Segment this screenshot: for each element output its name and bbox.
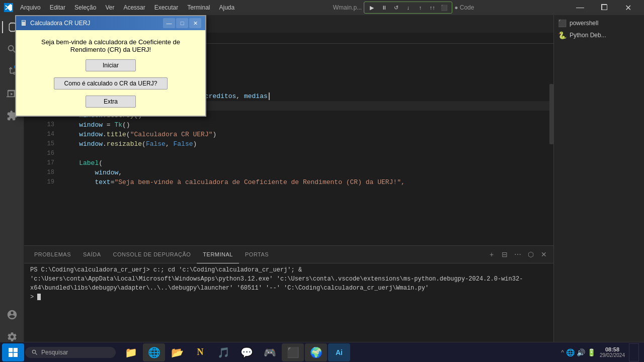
taskbar-notepad[interactable]: N <box>189 343 211 361</box>
line-17: 17 <box>34 158 54 168</box>
svg-rect-3 <box>14 352 18 356</box>
line-13: 13 <box>34 120 54 130</box>
vscode-titlebar: Arquivo Editar Seleção Ver Acessar Execu… <box>0 0 644 15</box>
code-line-14: window.title("Calculadora CR UERJ") <box>63 130 549 139</box>
scroll-indicator <box>549 84 553 144</box>
menu-terminal[interactable]: Terminal <box>183 2 214 13</box>
title-code-label: ● Code <box>454 4 474 11</box>
debug-continue-btn[interactable]: ▶ <box>366 3 377 12</box>
breakpoint-14[interactable] <box>24 130 34 139</box>
panel-more-icon[interactable]: ⋯ <box>512 249 523 260</box>
tk-body: Seja bem-vinde à calculadora de Coeficie… <box>16 30 205 116</box>
taskbar-game[interactable]: 🎮 <box>259 343 281 361</box>
terminal-line-2: > <box>30 293 547 302</box>
breakpoint-19[interactable] <box>24 177 34 187</box>
debug-step-over-btn[interactable]: ↓ <box>403 3 414 12</box>
tray-battery[interactable]: 🔋 <box>587 348 596 356</box>
code-line-19: text="Seja bem-vinde à calculadora de Co… <box>63 177 549 187</box>
tk-window-icon: 🖩 <box>20 19 27 27</box>
debug-sidebar: ⬛ powershell 🐍 Python Deb... <box>553 15 644 351</box>
tk-welcome-label: Seja bem-vinde à calculadora de Coeficie… <box>24 38 197 53</box>
panel-close-icon[interactable]: ✕ <box>538 249 549 260</box>
panel-split-icon[interactable]: ⊟ <box>499 249 510 260</box>
terminal-cursor-prompt: > <box>30 294 37 301</box>
tk-window-title: Calculadora CR UERJ <box>30 20 90 27</box>
taskbar-discord[interactable]: 💬 <box>235 343 258 361</box>
window-close-button[interactable]: ✕ <box>617 0 640 15</box>
menu-acessar[interactable]: Acessar <box>119 2 149 13</box>
taskbar-edge[interactable]: 🌐 <box>143 343 165 361</box>
panel-add-icon[interactable]: + <box>486 249 497 260</box>
svg-rect-0 <box>9 348 13 352</box>
tk-iniciar-button[interactable]: Iniciar <box>86 59 136 71</box>
breakpoint-18[interactable] <box>24 168 34 177</box>
window-maximize-button[interactable]: ⧠ <box>593 0 616 15</box>
taskbar-browser2[interactable]: 🌍 <box>305 343 327 361</box>
menu-arquivo[interactable]: Arquivo <box>16 2 45 13</box>
debug-step-out-btn[interactable]: ↑↑ <box>427 3 438 12</box>
menu-editar[interactable]: Editar <box>46 2 69 13</box>
line-14: 14 <box>34 130 54 139</box>
line-18: 18 <box>34 168 54 177</box>
tk-minimize-button[interactable]: — <box>163 18 175 28</box>
show-desktop-button[interactable] <box>629 343 639 361</box>
debug-step-into-btn[interactable]: ↑ <box>415 3 426 12</box>
taskbar-vscode[interactable]: ⬛ <box>282 343 304 361</box>
tk-maximize-button[interactable]: □ <box>176 18 188 28</box>
debug-toolbar: ▶ ⏸ ↺ ↓ ↑ ↑↑ ⬛ <box>364 2 452 14</box>
tk-how-cr-button[interactable]: Como é calculado o CR da UERJ? <box>54 77 168 89</box>
panel-maximize-icon[interactable]: ⬡ <box>525 249 536 260</box>
menu-executar[interactable]: Executar <box>150 2 182 13</box>
tray-network[interactable]: 🌐 <box>566 348 575 356</box>
code-line-18: window, <box>63 168 549 177</box>
terminal-content[interactable]: PS C:\Coding\calculadora_cr_uerj> c:; cd… <box>24 263 553 351</box>
taskbar-files[interactable]: 📁 <box>120 343 142 361</box>
line-16: 16 <box>34 149 54 158</box>
line-15: 15 <box>34 139 54 149</box>
taskbar-ai[interactable]: Ai <box>328 343 350 361</box>
breakpoint-15[interactable] <box>24 139 34 149</box>
panel-tab-console[interactable]: CONSOLE DE DEPURAÇÃO <box>107 246 197 263</box>
activity-accounts-icon[interactable] <box>2 305 22 325</box>
taskbar-search[interactable]: Pesquisar <box>25 347 116 358</box>
editor-scrollbar[interactable] <box>549 44 553 245</box>
svg-rect-2 <box>9 352 13 356</box>
tray-volume[interactable]: 🔊 <box>577 348 585 356</box>
breakpoint-16[interactable] <box>24 149 34 158</box>
terminal-cursor <box>37 294 41 300</box>
tk-dialog-window[interactable]: 🖩 Calculadora CR UERJ — □ ✕ Seja bem-vin… <box>15 15 206 117</box>
tray-clock[interactable]: 08:58 29/02/2024 <box>600 346 625 358</box>
terminal-line-1: PS C:\Coding\calculadora_cr_uerj> c:; cd… <box>30 265 547 293</box>
tk-titlebar: 🖩 Calculadora CR UERJ — □ ✕ <box>16 16 205 30</box>
start-button[interactable] <box>2 343 24 361</box>
debug-powershell-item[interactable]: ⬛ powershell <box>554 17 644 29</box>
window-minimize-button[interactable]: — <box>569 0 592 15</box>
vscode-logo-icon <box>4 3 13 12</box>
menu-selecao[interactable]: Seleção <box>70 2 100 13</box>
debug-python-item[interactable]: 🐍 Python Deb... <box>554 29 644 41</box>
breakpoint-13[interactable] <box>24 120 34 130</box>
panel-tab-saida[interactable]: SAÍDA <box>77 246 107 263</box>
terminal-panel: PROBLEMAS SAÍDA CONSOLE DE DEPURAÇÃO TER… <box>24 245 553 351</box>
taskbar-spotify[interactable]: 🎵 <box>212 343 234 361</box>
code-line-13: window = Tk() <box>63 120 549 130</box>
code-line-15: window.resizable(False, False) <box>63 139 549 149</box>
debug-stop-btn[interactable]: ⬛ <box>439 3 450 12</box>
search-label: Pesquisar <box>41 349 68 356</box>
system-tray: ^ 🌐 🔊 🔋 08:58 29/02/2024 <box>558 343 642 361</box>
breakpoint-17[interactable] <box>24 158 34 168</box>
panel-tab-problemas[interactable]: PROBLEMAS <box>28 246 77 263</box>
ai-label: Ai <box>336 348 343 356</box>
tk-close-button[interactable]: ✕ <box>189 18 201 28</box>
taskbar: Pesquisar 📁 🌐 📂 N 🎵 💬 🎮 ⬛ 🌍 Ai ^ 🌐 🔊 🔋 0… <box>0 342 644 362</box>
debug-restart-btn[interactable]: ↺ <box>390 3 401 12</box>
debug-pause-btn[interactable]: ⏸ <box>378 3 389 12</box>
panel-tab-terminal[interactable]: TERMINAL <box>197 246 239 263</box>
tk-extra-button[interactable]: Extra <box>86 96 136 108</box>
menu-ver[interactable]: Ver <box>101 2 118 13</box>
menu-ajuda[interactable]: Ajuda <box>215 2 239 13</box>
tray-arrow[interactable]: ^ <box>561 349 564 356</box>
panel-tabs: PROBLEMAS SAÍDA CONSOLE DE DEPURAÇÃO TER… <box>24 246 553 263</box>
taskbar-explorer[interactable]: 📂 <box>166 343 188 361</box>
panel-tab-portas[interactable]: PORTAS <box>239 246 275 263</box>
